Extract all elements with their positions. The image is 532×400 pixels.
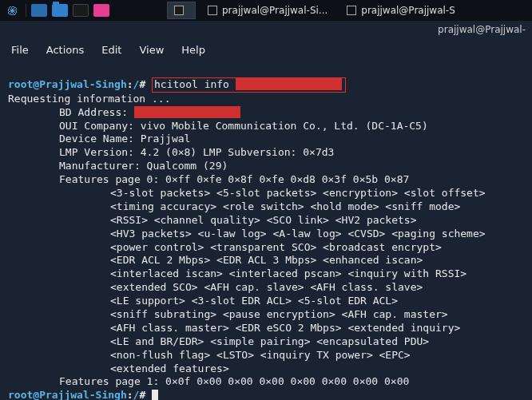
out-f3: <RSSI> <channel quality> <SCO link> <HV2…: [110, 214, 417, 226]
out-feat0: Features page 0: 0×ff 0×fe 0×8f 0×fe 0×d…: [59, 173, 409, 185]
taskbar: ֍ prajjwal@Prajjwal-Si... prajjwal@Prajj…: [0, 0, 532, 21]
separator: [26, 4, 26, 17]
window-titlebar: prajjwal@Prajjwal-: [0, 21, 532, 38]
out-f13: <non-flush flag> <LSTO> <inquiry TX powe…: [110, 349, 411, 361]
prompt-sep: :: [127, 78, 133, 90]
taskbar-window-3-label: prajjwal@Prajjwal-S: [361, 5, 455, 16]
out-bd-redacted: XX:XX:XX:XX:XX:XX: [134, 106, 240, 118]
cursor: [152, 390, 158, 400]
command-arg-redacted: XX:XX:XX:XX:XX:XX: [236, 78, 342, 90]
menu-help[interactable]: Help: [181, 44, 205, 56]
out-feat1: Features page 1: 0×0f 0×00 0×00 0×00 0×0…: [59, 375, 409, 387]
out-f9: <LE support> <3-slot EDR ACL> <5-slot ED…: [110, 295, 398, 307]
out-f12: <LE and BR/EDR> <simple pairing> <encaps…: [110, 335, 429, 347]
out-device: Device Name: Prajjwal: [59, 133, 190, 145]
out-f1: <3-slot packets> <5-slot packets> <encry…: [110, 187, 486, 199]
out-f11: <AFH class. master> <EDR eSCO 2 Mbps> <e…: [110, 322, 460, 334]
out-f6: <EDR ACL 2 Mbps> <EDR ACL 3 Mbps> <enhan…: [110, 254, 423, 266]
app-launcher-2[interactable]: [93, 2, 109, 18]
taskbar-window-3[interactable]: prajjwal@Prajjwal-S: [339, 2, 463, 19]
out-f4: <HV3 packets> <u-law log> <A-law log> <C…: [110, 228, 486, 240]
out-f14: <extended features>: [110, 362, 229, 374]
menu-file[interactable]: File: [11, 44, 29, 56]
menu-actions[interactable]: Actions: [46, 44, 85, 56]
menu-view[interactable]: View: [139, 44, 164, 56]
terminal-launcher-icon[interactable]: [73, 2, 89, 18]
out-f5: <power control> <transparent SCO> <broad…: [110, 241, 442, 253]
prompt2-sep: :: [127, 389, 133, 400]
menu-edit[interactable]: Edit: [101, 44, 121, 56]
terminal-window-icon: [174, 6, 184, 15]
command-highlight: hcitool info XX:XX:XX:XX:XX:XX: [152, 77, 346, 93]
prompt-hash: #: [139, 78, 145, 90]
taskbar-window-2-label: prajjwal@Prajjwal-Si...: [222, 5, 328, 16]
out-requesting: Requesting information ...: [8, 93, 171, 105]
window-icon: [208, 6, 217, 15]
prompt2-user: root@Prajjwal-Singh: [8, 389, 127, 400]
out-lmp: LMP Version: 4.2 (0×8) LMP Subversion: 0…: [59, 146, 334, 158]
command-text: hcitool info: [154, 78, 229, 90]
terminal-output[interactable]: root@Prajjwal-Singh:/# hcitool info XX:X…: [0, 61, 532, 400]
out-f2: <timing accuracy> <role switch> <hold mo…: [110, 200, 460, 212]
out-manu: Manufacturer: Qualcomm (29): [59, 160, 228, 172]
prompt2-hash: #: [139, 389, 145, 400]
out-f7: <interlaced iscan> <interlaced pscan> <i…: [110, 267, 466, 279]
file-manager-icon[interactable]: [52, 2, 68, 18]
out-f10: <sniff subrating> <pause encryption> <AF…: [110, 308, 448, 320]
window-icon: [347, 6, 356, 15]
out-bd-label: BD Address:: [59, 106, 128, 118]
prompt-user: root@Prajjwal-Singh: [8, 78, 127, 90]
out-f8: <extended SCO> <AFH cap. slave> <AFH cla…: [110, 281, 423, 293]
taskbar-window-2[interactable]: prajjwal@Prajjwal-Si...: [200, 2, 335, 19]
app-launcher-1[interactable]: [31, 2, 47, 18]
window-title: prajjwal@Prajjwal-: [438, 24, 526, 35]
out-oui: OUI Company: vivo Mobile Communication C…: [59, 120, 428, 132]
kali-logo-icon[interactable]: ֍: [5, 2, 21, 18]
menubar: File Actions Edit View Help: [0, 38, 532, 61]
taskbar-window-1[interactable]: [167, 2, 196, 19]
